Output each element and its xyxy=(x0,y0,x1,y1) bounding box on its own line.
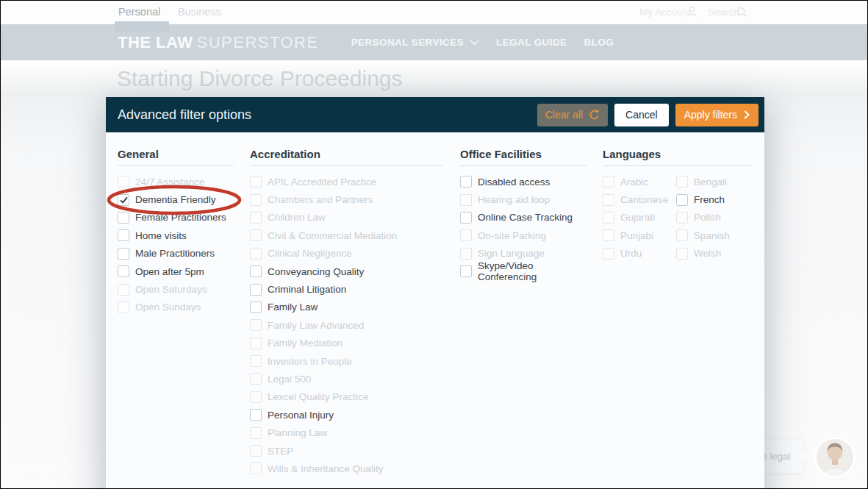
checkbox-label: Online Case Tracking xyxy=(478,212,573,223)
page-title: Starting Divorce Proceedings xyxy=(117,66,403,91)
filter-option-conveyancing-quality[interactable]: Conveyancing Quality xyxy=(250,263,397,280)
checkbox-label: Lexcel Quality Practice xyxy=(268,391,368,402)
checkbox-label: Open after 5pm xyxy=(135,266,204,277)
column-heading-accreditation: Accreditation xyxy=(250,148,442,160)
filter-option-personal-injury[interactable]: Personal Injury xyxy=(250,406,397,424)
filter-option-step: STEP xyxy=(250,442,397,460)
checkbox-label: Disabled access xyxy=(478,176,550,188)
filter-option-lexcel-quality-practice: Lexcel Quality Practice xyxy=(250,388,397,406)
checkbox-unchecked[interactable] xyxy=(250,284,262,296)
filter-option-skype-video-conferencing[interactable]: Skype/Video Conferencing xyxy=(460,263,587,280)
checkbox-unchecked[interactable] xyxy=(118,212,129,224)
search-icon[interactable] xyxy=(736,7,747,18)
checkbox-unchecked xyxy=(676,212,688,224)
checkbox-unchecked xyxy=(460,229,472,241)
filter-option-home-visits[interactable]: Home visits xyxy=(118,226,226,244)
checkbox-label: Arabic xyxy=(620,176,648,188)
filter-option-male-practitioners[interactable]: Male Practitioners xyxy=(118,245,226,263)
checkbox-unchecked xyxy=(603,229,614,241)
checkbox-label: Punjabi xyxy=(620,230,653,241)
checkbox-label: Dementia Friendly xyxy=(135,194,216,205)
checkbox-label: Personal Injury xyxy=(268,410,334,421)
checkbox-label: Criminal Litigation xyxy=(268,284,346,295)
checkbox-unchecked[interactable] xyxy=(460,265,472,277)
logo-text-light: SUPERSTORE xyxy=(197,33,319,51)
filter-option-spanish: Spanish xyxy=(676,226,730,244)
checkbox-label: Open Sundays xyxy=(135,301,201,313)
nav-legal-guide[interactable]: LEGAL GUIDE xyxy=(496,37,567,48)
filter-option-criminal-litigation[interactable]: Criminal Litigation xyxy=(250,280,397,298)
checkbox-checked[interactable] xyxy=(118,194,129,206)
nav-blog[interactable]: BLOG xyxy=(584,37,614,48)
filter-option-urdu: Urdu xyxy=(603,245,676,263)
filter-option-french[interactable]: French xyxy=(676,190,730,208)
clear-all-button[interactable]: Clear all xyxy=(537,104,608,126)
checkbox-list: BengaliFrenchPolishSpanishWelsh xyxy=(676,173,730,263)
checkbox-label: Hearing aid loop xyxy=(478,194,550,205)
checkbox-unchecked xyxy=(118,176,129,188)
checkbox-list: ArabicCantoneseGujaratiPunjabiUrdu xyxy=(603,173,676,263)
cancel-button[interactable]: Cancel xyxy=(614,104,669,126)
filter-option-children-law: Children Law xyxy=(250,209,397,226)
filter-option-cantonese: Cantonese xyxy=(603,190,676,208)
checkbox-label: Urdu xyxy=(620,248,642,259)
checkbox-label: Family Law Advanced xyxy=(268,320,364,331)
nav-personal-services[interactable]: PERSONAL SERVICES xyxy=(351,37,479,48)
checkbox-unchecked[interactable] xyxy=(250,409,262,421)
checkbox-unchecked[interactable] xyxy=(250,265,262,277)
filter-option-investors-in-people: Investors in People xyxy=(250,352,397,370)
checkbox-label: French xyxy=(694,194,725,205)
checkbox-label: Clinical Negligence xyxy=(268,248,352,259)
filter-option-disabled-access[interactable]: Disabled access xyxy=(460,173,587,190)
checkbox-unchecked[interactable] xyxy=(460,176,472,188)
filter-option-wills-inheritance-quality: Wills & Inheritance Quality xyxy=(250,460,397,477)
checkbox-unchecked xyxy=(460,248,472,260)
tab-business[interactable]: Business xyxy=(178,6,221,18)
checkbox-unchecked xyxy=(250,391,262,403)
checkbox-unchecked xyxy=(250,176,262,188)
checkbox-label: Planning Law xyxy=(268,427,327,438)
tab-personal[interactable]: Personal xyxy=(118,6,160,18)
filter-option-on-site-parking: On-site Parking xyxy=(460,226,587,244)
checkbox-label: Spanish xyxy=(694,230,730,241)
checkbox-unchecked xyxy=(603,248,614,260)
filter-option-civil-commercial-mediation: Civil & Commercial Mediation xyxy=(250,226,397,244)
checkbox-list: Disabled accessHearing aid loopOnline Ca… xyxy=(460,173,587,280)
search-link[interactable]: Search xyxy=(708,7,739,18)
filter-option-legal-500: Legal 500 xyxy=(250,370,397,388)
checkbox-unchecked[interactable] xyxy=(118,248,129,260)
checkbox-unchecked xyxy=(250,338,262,349)
filter-column-general: General24/7 AssistanceDementia FriendlyF… xyxy=(118,132,234,478)
checkbox-label: Legal 500 xyxy=(268,374,311,385)
filter-option-family-law[interactable]: Family Law xyxy=(250,299,397,316)
chevron-down-icon xyxy=(470,40,479,46)
apply-filters-button[interactable]: Apply filters xyxy=(675,104,758,126)
active-tab-indicator xyxy=(115,21,169,32)
refresh-icon xyxy=(589,110,600,121)
chat-avatar[interactable] xyxy=(814,436,856,479)
checkbox-label: Welsh xyxy=(694,248,721,259)
filter-option-online-case-tracking[interactable]: Online Case Tracking xyxy=(460,209,587,226)
checkbox-unchecked[interactable] xyxy=(460,212,472,224)
filter-option-open-after-5pm[interactable]: Open after 5pm xyxy=(118,263,226,280)
checkbox-unchecked xyxy=(676,229,688,241)
column-heading-languages: Languages xyxy=(603,148,753,160)
my-account-link[interactable]: My Account xyxy=(639,7,691,18)
person-icon[interactable] xyxy=(686,6,697,18)
checkbox-unchecked[interactable] xyxy=(118,229,129,241)
checkbox-label: Chambers and Partners xyxy=(268,194,373,205)
filter-option-female-practitioners[interactable]: Female Practitioners xyxy=(118,209,226,226)
filter-option-open-saturdays: Open Saturdays xyxy=(118,280,226,298)
checkbox-unchecked[interactable] xyxy=(676,194,688,206)
checkbox-unchecked xyxy=(250,445,262,457)
checkbox-unchecked xyxy=(118,284,129,296)
checkbox-unchecked[interactable] xyxy=(118,265,129,277)
filter-option-dementia-friendly[interactable]: Dementia Friendly xyxy=(118,190,226,208)
filter-option-arabic: Arabic xyxy=(603,173,676,190)
apply-filters-label: Apply filters xyxy=(684,109,737,121)
checkbox-unchecked[interactable] xyxy=(250,301,262,313)
filter-option-hearing-aid-loop: Hearing aid loop xyxy=(460,190,587,208)
checkbox-label: Civil & Commercial Mediation xyxy=(268,230,397,241)
site-logo[interactable]: THE LAWSUPERSTORE xyxy=(118,33,319,52)
filter-column-office-facilities: Office FacilitiesDisabled accessHearing … xyxy=(460,132,587,478)
